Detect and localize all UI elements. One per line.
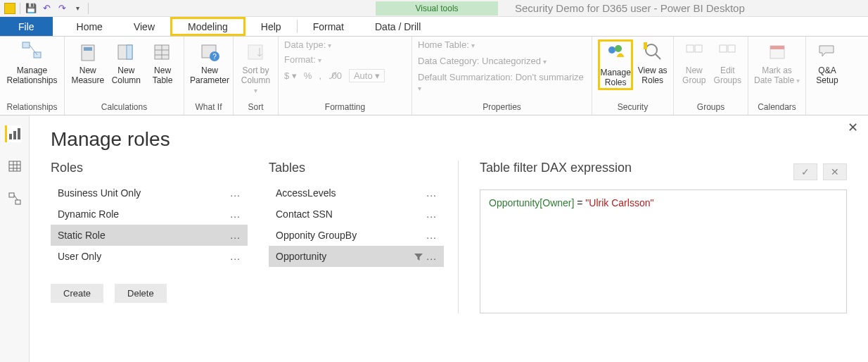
model-view-icon[interactable]: [6, 190, 23, 207]
svg-rect-30: [9, 161, 20, 171]
manage-roles-dialog: ✕ Manage roles Roles Business Unit Only.…: [30, 116, 868, 362]
role-item[interactable]: Dynamic Role...: [51, 204, 248, 225]
table-item-more-icon[interactable]: ...: [426, 187, 437, 199]
role-item-more-icon[interactable]: ...: [230, 187, 241, 199]
qat-customize-icon[interactable]: ▾: [71, 2, 84, 15]
close-icon[interactable]: ✕: [848, 120, 858, 135]
new-group-button[interactable]: New Group: [679, 39, 709, 86]
role-item[interactable]: User Only...: [51, 246, 248, 267]
tab-view[interactable]: View: [118, 17, 170, 36]
roles-list: Business Unit Only...Dynamic Role...Stat…: [51, 182, 248, 267]
view-as-roles-button[interactable]: View as Roles: [637, 39, 668, 86]
dax-expression-editor[interactable]: Opportunity[Owner] = "Ulrik Carlsson": [480, 189, 847, 313]
svg-rect-0: [23, 42, 30, 48]
svg-rect-29: [18, 128, 20, 139]
ribbon-tabs: File Home View Modeling Help Format Data…: [0, 17, 868, 37]
revert-expression-button[interactable]: ✕: [823, 163, 847, 180]
decimals-button[interactable]: .0̸0: [328, 70, 342, 81]
data-category-dropdown[interactable]: Data Category: Uncategorized: [418, 56, 586, 66]
format-dropdown[interactable]: Format:: [284, 54, 406, 65]
svg-rect-22: [695, 45, 702, 52]
table-item[interactable]: Contact SSN...: [269, 204, 444, 225]
svg-point-15: [608, 46, 615, 54]
svg-rect-35: [9, 193, 14, 197]
svg-rect-20: [644, 42, 647, 49]
table-item-more-icon[interactable]: ...: [426, 208, 437, 220]
new-table-button[interactable]: New Table: [147, 39, 178, 86]
svg-rect-27: [9, 134, 12, 139]
svg-rect-26: [770, 46, 784, 49]
group-sort: Sort: [234, 101, 278, 115]
group-formatting: Formatting: [279, 101, 411, 115]
tab-format[interactable]: Format: [298, 17, 359, 36]
dialog-title: Manage roles: [51, 128, 847, 151]
comma-button[interactable]: ,: [319, 70, 321, 81]
roles-icon: [604, 42, 627, 65]
measure-icon: [76, 39, 100, 63]
percent-button[interactable]: %: [304, 70, 312, 81]
svg-text:?: ?: [212, 53, 217, 61]
tab-modeling[interactable]: Modeling: [170, 17, 245, 36]
currency-button[interactable]: $ ▾: [284, 70, 297, 81]
svg-rect-4: [84, 47, 92, 51]
table-item[interactable]: Opponity GroupBy...: [269, 225, 444, 246]
view-switcher: [0, 116, 30, 362]
new-measure-button[interactable]: New Measure: [70, 39, 106, 86]
auto-decimals[interactable]: Auto ▾: [349, 69, 385, 82]
redo-icon[interactable]: ↷: [56, 2, 68, 15]
role-item[interactable]: Business Unit Only...: [51, 182, 248, 204]
column-icon: [114, 39, 138, 63]
report-view-icon[interactable]: [5, 125, 22, 142]
group-groups: Groups: [674, 101, 748, 115]
table-item[interactable]: AccessLevels...: [269, 182, 444, 204]
tab-file[interactable]: File: [0, 17, 53, 36]
svg-rect-14: [248, 45, 262, 59]
home-table-dropdown[interactable]: Home Table:: [418, 39, 586, 50]
tab-data-drill[interactable]: Data / Drill: [359, 17, 436, 36]
new-column-button[interactable]: New Column: [110, 39, 143, 86]
table-item-more-icon[interactable]: ...: [426, 251, 437, 262]
edit-groups-button[interactable]: Edit Groups: [713, 39, 743, 86]
undo-icon[interactable]: ↶: [40, 2, 53, 15]
tab-home[interactable]: Home: [61, 17, 118, 36]
svg-rect-28: [13, 131, 16, 139]
svg-point-17: [619, 54, 623, 57]
sort-by-column-button[interactable]: Sort by Column: [239, 39, 272, 95]
role-item[interactable]: Static Role...: [51, 225, 248, 246]
tab-help[interactable]: Help: [245, 17, 297, 36]
data-view-icon[interactable]: [6, 158, 23, 175]
manage-roles-button[interactable]: Manage Roles: [598, 39, 633, 90]
svg-rect-36: [15, 200, 20, 204]
svg-line-37: [14, 195, 18, 200]
title-bar: 💾 ↶ ↷ ▾ Visual tools Security Demo for D…: [0, 0, 868, 17]
group-security: Security: [592, 101, 673, 115]
svg-rect-23: [720, 45, 727, 52]
role-item-more-icon[interactable]: ...: [230, 251, 241, 262]
data-type-dropdown[interactable]: Data type:: [284, 39, 406, 50]
relationships-icon: [20, 39, 44, 63]
new-parameter-button[interactable]: ? New Parameter: [190, 39, 229, 86]
qa-setup-button[interactable]: Q&A Setup: [812, 39, 843, 86]
save-icon[interactable]: 💾: [25, 2, 37, 15]
default-summarization-dropdown[interactable]: Default Summarization: Don't summarize: [418, 72, 586, 93]
mark-as-date-table-button[interactable]: Mark as Date Table: [754, 39, 800, 86]
role-item-more-icon[interactable]: ...: [230, 208, 241, 220]
accept-expression-button[interactable]: ✓: [793, 163, 817, 180]
role-item-more-icon[interactable]: ...: [230, 230, 241, 241]
group-icon: [682, 39, 706, 63]
edit-groups-icon: [715, 39, 739, 63]
filter-icon: [414, 251, 423, 262]
magnifier-icon: [641, 39, 665, 63]
create-role-button[interactable]: Create: [51, 284, 103, 303]
sort-icon: [244, 39, 268, 63]
manage-relationships-button[interactable]: Manage Relationships: [6, 39, 58, 86]
table-item-more-icon[interactable]: ...: [426, 230, 437, 241]
window-title: Security Demo for D365 user - Power BI D…: [515, 2, 745, 14]
svg-line-19: [656, 54, 660, 59]
group-relationships: Relationships: [0, 101, 64, 115]
table-item[interactable]: Opportunity...: [269, 246, 444, 267]
group-calendars: Calendars: [748, 101, 805, 115]
delete-role-button[interactable]: Delete: [115, 284, 167, 303]
svg-point-16: [615, 45, 622, 52]
roles-header: Roles: [51, 161, 248, 175]
